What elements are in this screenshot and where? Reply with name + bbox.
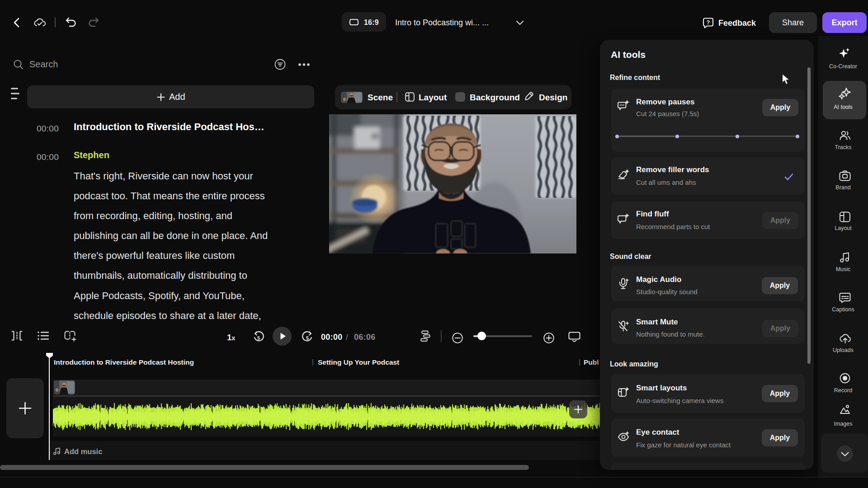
svg-text:?: ? — [707, 19, 710, 26]
svg-text:5: 5 — [306, 335, 309, 341]
svg-text:5: 5 — [257, 335, 260, 341]
